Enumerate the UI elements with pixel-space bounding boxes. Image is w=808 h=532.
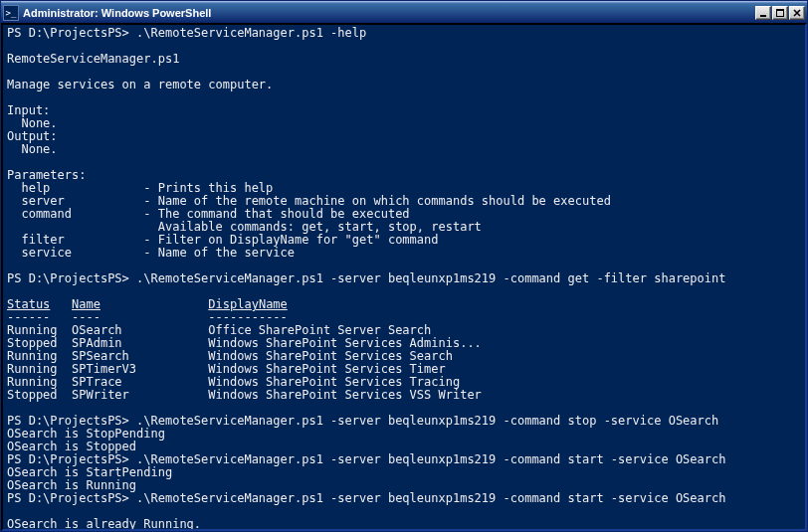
powershell-icon: >_ (3, 5, 19, 21)
terminal-output[interactable]: PS D:\ProjectsPS> .\RemoteServiceManager… (1, 23, 807, 531)
output-line: Input: (7, 103, 50, 117)
maximize-icon (776, 9, 784, 17)
output-line: PS D:\ProjectsPS> .\RemoteServiceManager… (7, 271, 725, 285)
output-line: OSearch is Running (7, 478, 136, 492)
window-controls (754, 6, 805, 20)
table-underline: ---- (72, 310, 101, 324)
close-button[interactable] (789, 6, 805, 20)
output-line: PS D:\ProjectsPS> .\RemoteServiceManager… (7, 452, 725, 466)
svg-rect-2 (776, 9, 784, 11)
output-line: None. (7, 116, 58, 130)
output-line: Available commands: get, start, stop, re… (7, 220, 482, 234)
output-line: OSearch is already Running. (7, 517, 201, 531)
output-line: OSearch is StopPending (7, 427, 165, 441)
prompt-line: PS D:\ProjectsPS> (7, 530, 136, 531)
powershell-window: >_ Administrator: Windows PowerShell PS … (0, 0, 808, 532)
output-line: OSearch is StartPending (7, 465, 172, 479)
output-line: help - Prints this help (7, 181, 273, 195)
output-line: PS D:\ProjectsPS> .\RemoteServiceManager… (7, 491, 725, 505)
table-header-displayname: DisplayName (208, 297, 287, 311)
table-header-name: Name (72, 297, 101, 311)
table-underline: ----------- (208, 310, 287, 324)
output-line: Output: (7, 129, 58, 143)
output-line: command - The command that should be exe… (7, 207, 410, 221)
output-line: PS D:\ProjectsPS> .\RemoteServiceManager… (7, 26, 366, 40)
table-underline: ------ (7, 310, 50, 324)
output-line: Parameters: (7, 168, 86, 182)
minimize-button[interactable] (755, 6, 771, 20)
output-line: Manage services on a remote computer. (7, 78, 273, 91)
output-line: server - Name of the remote machine on w… (7, 194, 611, 208)
close-icon (793, 9, 801, 17)
output-line: None. (7, 142, 58, 156)
maximize-button[interactable] (772, 6, 788, 20)
output-line: OSearch is Stopped (7, 440, 136, 453)
minimize-icon (759, 9, 767, 17)
table-row: Running OSearch Office SharePoint Server… (7, 323, 482, 402)
titlebar[interactable]: >_ Administrator: Windows PowerShell (1, 1, 807, 23)
output-line: filter - Filter on DisplayName for "get"… (7, 233, 438, 247)
output-line: service - Name of the service (7, 246, 295, 260)
table-header-status: Status (7, 297, 50, 311)
window-title: Administrator: Windows PowerShell (23, 7, 754, 19)
output-line: PS D:\ProjectsPS> .\RemoteServiceManager… (7, 414, 718, 428)
svg-rect-0 (760, 15, 766, 17)
output-line: RemoteServiceManager.ps1 (7, 52, 179, 66)
